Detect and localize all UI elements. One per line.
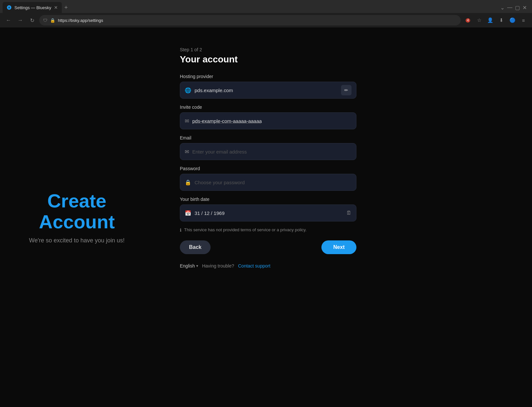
- email-input[interactable]: [192, 149, 352, 155]
- bookmark-button[interactable]: ☆: [474, 16, 484, 25]
- lock-icon: 🔒: [50, 18, 55, 23]
- language-label: English: [180, 263, 195, 269]
- menu-button[interactable]: ≡: [519, 16, 528, 25]
- next-button[interactable]: Next: [321, 240, 356, 254]
- new-tab-button[interactable]: +: [62, 4, 71, 11]
- active-tab[interactable]: Settings — Bluesky ✕: [3, 2, 62, 13]
- maximize-icon[interactable]: ▢: [515, 5, 520, 11]
- password-label: Password: [180, 166, 356, 171]
- globe-icon: 🌐: [185, 87, 191, 93]
- hosting-provider-field: Hosting provider 🌐 ✏: [180, 74, 356, 99]
- hosting-provider-input-box: 🌐 ✏: [180, 82, 356, 99]
- extensions-badge: 4: [466, 18, 470, 23]
- tab-overflow-icon[interactable]: ⌄: [500, 5, 505, 11]
- info-icon: ℹ: [180, 228, 181, 233]
- tab-bar: Settings — Bluesky ✕ + ⌄ — ▢ ✕: [0, 0, 532, 13]
- address-bar[interactable]: 🛡 🔒 https://bsky.app/settings: [39, 15, 461, 25]
- create-account-subtitle: We're so excited to have you join us!: [29, 237, 125, 244]
- downloads-button[interactable]: ⬇: [497, 16, 506, 25]
- tab-close-icon[interactable]: ✕: [54, 5, 58, 10]
- form-container: Step 1 of 2 Your account Hosting provide…: [180, 47, 356, 269]
- invite-code-label: Invite code: [180, 105, 356, 110]
- invite-code-field: Invite code ✉ pds-example-com-aaaaa-aaaa…: [180, 105, 356, 129]
- toolbar: ← → ↻ 🛡 🔒 https://bsky.app/settings 4 ☆ …: [0, 13, 532, 27]
- browser-chrome: Settings — Bluesky ✕ + ⌄ — ▢ ✕ ← → ↻ 🛡 🔒…: [0, 0, 532, 27]
- contact-support-link[interactable]: Contact support: [238, 263, 270, 269]
- left-panel: Create Account We're so excited to have …: [0, 27, 154, 407]
- hosting-provider-input[interactable]: [195, 88, 338, 93]
- back-nav-button[interactable]: ←: [4, 16, 13, 25]
- birth-date-input[interactable]: [195, 210, 343, 216]
- main-content: Create Account We're so excited to have …: [0, 27, 532, 407]
- email-icon: ✉: [185, 149, 189, 155]
- password-field: Password 🔒: [180, 166, 356, 191]
- password-input[interactable]: [195, 180, 352, 185]
- footer-row: English ▾ Having trouble? Contact suppor…: [180, 263, 356, 269]
- calendar-icon: 📅: [185, 210, 191, 216]
- right-panel: Step 1 of 2 Your account Hosting provide…: [154, 27, 532, 407]
- extensions-button[interactable]: 4: [463, 16, 472, 25]
- hosting-provider-label: Hosting provider: [180, 74, 356, 79]
- password-input-box: 🔒: [180, 174, 356, 191]
- refresh-button[interactable]: ↻: [27, 16, 37, 25]
- birth-date-label: Your birth date: [180, 197, 356, 202]
- invite-code-value[interactable]: pds-example-com-aaaaa-aaaaa: [192, 118, 352, 124]
- url-display: https://bsky.app/settings: [58, 18, 457, 23]
- lock-field-icon: 🔒: [185, 179, 191, 186]
- shield-nav-icon: 🛡: [43, 18, 47, 23]
- invite-code-input-box: ✉ pds-example-com-aaaaa-aaaaa: [180, 112, 356, 129]
- email-field: Email ✉: [180, 135, 356, 160]
- email-label: Email: [180, 135, 356, 140]
- terms-notice-text: This service has not provided terms of s…: [184, 227, 307, 232]
- birth-date-field: Your birth date 📅 🗓: [180, 197, 356, 221]
- form-title: Your account: [180, 54, 356, 65]
- bluesky-favicon-icon: [7, 5, 12, 10]
- email-input-box: ✉: [180, 143, 356, 160]
- forward-nav-button[interactable]: →: [16, 16, 25, 25]
- create-account-title: Create Account: [13, 190, 141, 232]
- edit-hosting-button[interactable]: ✏: [341, 85, 352, 95]
- toolbar-right: 4 ☆ 👤 ⬇ 🔵 ≡: [463, 16, 528, 25]
- language-selector[interactable]: English ▾: [180, 263, 198, 269]
- birth-date-input-box: 📅 🗓: [180, 204, 356, 221]
- account-button[interactable]: 👤: [486, 16, 495, 25]
- step-label: Step 1 of 2: [180, 47, 356, 52]
- language-chevron-icon: ▾: [196, 264, 198, 268]
- calendar-picker-icon[interactable]: 🗓: [346, 210, 352, 216]
- terms-notice: ℹ This service has not provided terms of…: [180, 227, 356, 233]
- back-button[interactable]: Back: [180, 240, 211, 254]
- tab-title: Settings — Bluesky: [14, 5, 51, 10]
- button-row: Back Next: [180, 240, 356, 254]
- trouble-text: Having trouble?: [202, 263, 234, 269]
- ticket-icon: ✉: [185, 118, 189, 124]
- extension-icon-button[interactable]: 🔵: [508, 16, 517, 25]
- close-window-icon[interactable]: ✕: [523, 5, 527, 11]
- minimize-icon[interactable]: —: [507, 5, 512, 10]
